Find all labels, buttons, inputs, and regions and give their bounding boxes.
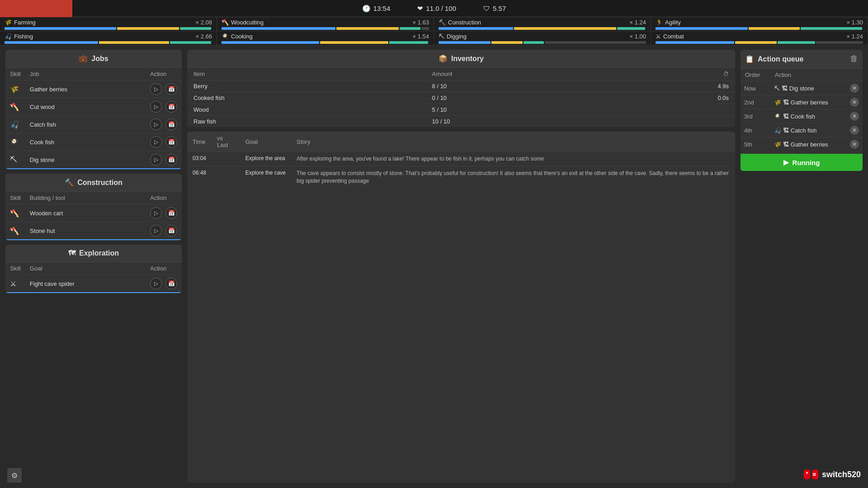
running-button[interactable]: ▶ Running [741, 154, 863, 171]
queue-col-order: Order [741, 69, 770, 81]
job-actions: ▷ 📅 [146, 81, 182, 98]
job-skill-icon: 🎣 [5, 116, 25, 133]
queue-order: 5th [741, 137, 770, 152]
list-item: Cooked fish 0 / 10 0.0s [187, 92, 735, 104]
schedule-button[interactable]: 📅 [165, 207, 177, 219]
play-button[interactable]: ▷ [150, 154, 162, 166]
inv-item-name: Cooked fish [187, 92, 426, 104]
schedule-button[interactable]: 📅 [165, 136, 177, 148]
log-time: 03:04 [187, 152, 212, 166]
schedule-button[interactable]: 📅 [165, 101, 177, 113]
schedule-button[interactable]: 📅 [165, 118, 177, 130]
action-name: Cook fish [791, 113, 815, 120]
svg-point-5 [815, 473, 816, 474]
remove-queue-item-button[interactable]: ✕ [850, 112, 859, 121]
list-item: 06:48 Explore the cave The cave appears … [187, 166, 735, 188]
top-bar-logo [0, 0, 72, 17]
list-item: 03:04 Explore the area After exploring t… [187, 152, 735, 166]
action-queue-card: 📋 Action queue 🗑 Order Action Now ⛏ 🏗 Di… [741, 50, 863, 171]
inv-col-time: ⏱ [605, 68, 735, 81]
remove-queue-item-button[interactable]: ✕ [850, 98, 859, 107]
play-button[interactable]: ▷ [150, 278, 162, 289]
log-col-goal: Goal [240, 132, 291, 152]
inv-item-time: 4.9s [605, 81, 735, 92]
brand: switch520 [803, 466, 861, 483]
skill-progress [222, 27, 429, 30]
table-row: 🌾 Gather berries ▷ 📅 [5, 81, 182, 98]
skill-label: 🪓 Woodcutting × 1.63 [222, 19, 429, 26]
skill-icon: 🎣 [5, 33, 12, 40]
remove-queue-item-button[interactable]: ✕ [850, 84, 859, 93]
construction-header: 🔨 Construction [5, 174, 182, 192]
jobs-col-job: Job [25, 68, 146, 81]
queue-action: 🎣 🏗 Catch fish [770, 123, 846, 137]
top-bar: 🕐 13:54 ❤ 11.0 / 100 🛡 5.57 [0, 0, 868, 17]
list-item: Now ⛏ 🏗 Dig stone ✕ [741, 81, 863, 95]
remove-queue-item-button[interactable]: ✕ [850, 140, 859, 149]
inv-item-amount: 10 / 10 [426, 116, 605, 128]
expl-col-skill: Skill [5, 262, 25, 275]
explore-log-table: Time vs Last Goal Story 03:04 Explore th… [187, 132, 735, 188]
job-actions: ▷ 📅 [146, 98, 182, 116]
skill-bar-combat: ⚔ Combat × 1.24 [651, 31, 868, 45]
play-button[interactable]: ▷ [150, 225, 162, 237]
queue-clear-icon[interactable]: 🗑 [850, 54, 858, 64]
expl-col-action: Action [146, 262, 182, 275]
job-name: Dig stone [25, 151, 146, 169]
log-time: 06:48 [187, 166, 212, 188]
play-button[interactable]: ▷ [150, 136, 162, 148]
skill-progress [5, 41, 212, 44]
job-skill-icon: ⛏ [5, 151, 25, 169]
skill-name: Woodcutting [231, 19, 264, 26]
action-skill-icon: 🌾 [774, 141, 781, 148]
queue-col-action: Action [770, 69, 846, 81]
action-type-icon: 🏗 [783, 141, 789, 148]
queue-remove-cell: ✕ [846, 81, 863, 95]
gear-icon: ⚙ [11, 471, 18, 480]
settings-button[interactable]: ⚙ [7, 468, 22, 483]
exploration-card: 🗺 Exploration Skill Goal Action ⚔ Fight … [5, 245, 182, 293]
inv-item-name: Berry [187, 81, 426, 92]
skill-name: Farming [14, 19, 36, 26]
cons-building-name: Stone hut [25, 222, 146, 240]
skill-mult: × 2.66 [195, 33, 212, 40]
queue-icon: 📋 [745, 55, 754, 63]
jobs-icon: 💼 [79, 54, 88, 63]
inventory-card: 📦 Inventory Item Amount ⏱ Berry 8 / 10 4… [187, 50, 735, 127]
queue-order: 3rd [741, 109, 770, 123]
list-item: Berry 8 / 10 4.9s [187, 81, 735, 92]
job-actions: ▷ 📅 [146, 116, 182, 133]
job-skill-icon: 🌾 [5, 81, 25, 98]
inv-item-name: Raw fish [187, 116, 426, 128]
schedule-button[interactable]: 📅 [165, 154, 177, 166]
skill-bars: 🌾 Farming × 2.08 🪓 Woodcutting × 1.63 🔨 … [0, 17, 868, 45]
exploration-icon: 🗺 [68, 249, 75, 257]
svg-rect-0 [804, 469, 810, 479]
clock-icon: 🕐 [362, 5, 371, 13]
skill-bar-construction: 🔨 Construction × 1.24 [434, 17, 651, 31]
shield-display: 🛡 5.57 [483, 5, 506, 12]
skill-icon: 🔨 [439, 19, 446, 26]
list-item: Raw fish 10 / 10 [187, 116, 735, 128]
play-button[interactable]: ▷ [150, 101, 162, 113]
job-actions: ▷ 📅 [146, 133, 182, 151]
schedule-button[interactable]: 📅 [165, 278, 177, 289]
play-button[interactable]: ▷ [150, 207, 162, 219]
skill-name: Digging [447, 33, 467, 40]
list-item: 5th 🌾 🏗 Gather berries ✕ [741, 137, 863, 152]
job-skill-icon: 🪓 [5, 98, 25, 116]
play-button[interactable]: ▷ [150, 118, 162, 130]
queue-action: 🌾 🏗 Gather berries [770, 137, 846, 152]
schedule-button[interactable]: 📅 [165, 83, 177, 95]
list-item: 3rd 🍳 🏗 Cook fish ✕ [741, 109, 863, 123]
play-button[interactable]: ▷ [150, 83, 162, 95]
svg-point-6 [813, 474, 814, 476]
skill-mult: × 1.24 [629, 19, 646, 26]
queue-order: 2nd [741, 95, 770, 109]
remove-queue-item-button[interactable]: ✕ [850, 126, 859, 135]
cons-building-name: Wooden cart [25, 204, 146, 222]
svg-rect-2 [806, 472, 808, 474]
schedule-button[interactable]: 📅 [165, 225, 177, 237]
action-type-icon: 🏗 [783, 99, 789, 106]
inv-item-name: Wood [187, 104, 426, 116]
